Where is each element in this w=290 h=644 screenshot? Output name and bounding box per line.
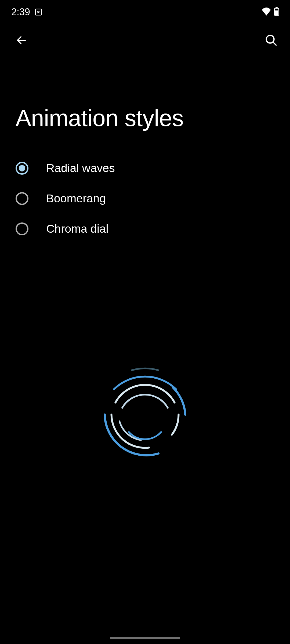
battery-icon (274, 7, 279, 17)
status-left: 2:39 (11, 6, 42, 18)
page-title: Animation styles (0, 56, 290, 148)
radio-label: Radial waves (46, 162, 115, 175)
search-button[interactable] (263, 32, 279, 48)
back-button[interactable] (13, 32, 30, 48)
status-time: 2:39 (11, 6, 30, 18)
status-bar: 2:39 (0, 0, 290, 24)
status-right (262, 7, 279, 17)
arrow-left-icon (16, 34, 27, 46)
animation-style-list: Radial waves Boomerang Chroma dial (0, 148, 290, 249)
radio-label: Chroma dial (46, 222, 108, 235)
radial-waves-icon (89, 357, 201, 470)
radio-button (16, 192, 28, 205)
radio-item-boomerang[interactable]: Boomerang (0, 183, 290, 214)
svg-rect-5 (275, 10, 278, 15)
svg-line-8 (273, 42, 276, 45)
navigation-handle[interactable] (110, 637, 180, 639)
wifi-icon (262, 8, 271, 17)
search-icon (265, 34, 277, 46)
app-bar (0, 24, 290, 56)
radio-button (16, 222, 28, 235)
close-box-icon (34, 8, 42, 16)
radio-label: Boomerang (46, 192, 106, 205)
radio-item-chroma-dial[interactable]: Chroma dial (0, 214, 290, 244)
radio-item-radial-waves[interactable]: Radial waves (0, 153, 290, 183)
svg-rect-4 (276, 7, 278, 8)
animation-preview (89, 357, 201, 470)
radio-button (16, 162, 28, 175)
